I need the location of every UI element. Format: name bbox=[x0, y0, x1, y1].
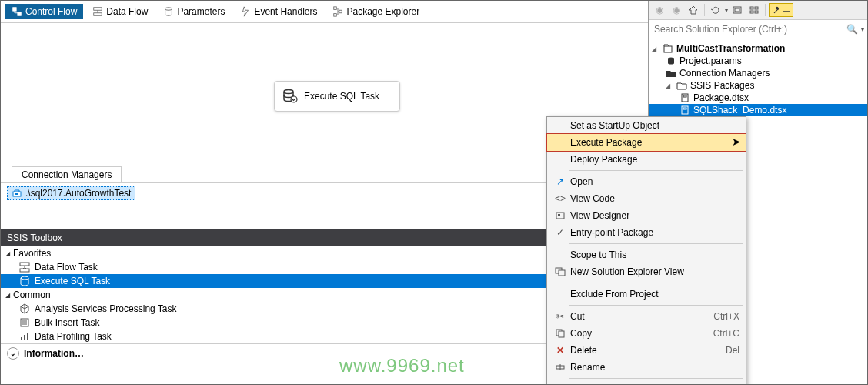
home-icon[interactable] bbox=[686, 2, 701, 18]
menu-execute-package[interactable]: Execute Package➤ bbox=[546, 133, 746, 152]
svg-rect-25 bbox=[664, 46, 672, 52]
collapse-icon[interactable] bbox=[729, 2, 745, 18]
solution-toolbar: ◉ ◉ ▾ — bbox=[649, 1, 867, 20]
tab-control-flow-label: Control Flow bbox=[25, 6, 77, 17]
chevron-down-icon[interactable]: ⌄ bbox=[7, 347, 19, 360]
menu-exclude-project[interactable]: Exclude From Project bbox=[547, 286, 746, 303]
svg-rect-21 bbox=[750, 7, 753, 9]
open-icon: ↗ bbox=[553, 176, 567, 187]
menu-scope-to-this[interactable]: Scope to This bbox=[547, 246, 746, 263]
execute-sql-icon bbox=[19, 276, 30, 286]
package-icon bbox=[679, 105, 690, 116]
menu-rename[interactable]: Rename bbox=[547, 359, 746, 376]
svg-rect-36 bbox=[559, 331, 564, 337]
tree-sqlshack-demo[interactable]: SQLShack_Demo.dtsx bbox=[649, 104, 867, 116]
svg-rect-16 bbox=[21, 337, 22, 340]
svg-rect-18 bbox=[27, 333, 28, 340]
tree-project-params[interactable]: Project.params bbox=[649, 55, 867, 67]
show-all-icon[interactable] bbox=[746, 2, 762, 18]
bulk-insert-icon bbox=[19, 317, 30, 328]
tab-package-explorer[interactable]: Package Explorer bbox=[326, 4, 426, 19]
svg-rect-2 bbox=[94, 8, 102, 11]
folder-icon bbox=[666, 68, 676, 79]
project-icon bbox=[663, 43, 673, 54]
forward-icon[interactable]: ◉ bbox=[669, 2, 684, 18]
menu-deploy-package[interactable]: Deploy Package bbox=[547, 151, 746, 168]
data-flow-icon bbox=[92, 6, 103, 17]
svg-rect-1 bbox=[18, 12, 21, 15]
menu-new-solution-view[interactable]: New Solution Explorer View bbox=[547, 263, 746, 280]
svg-rect-34 bbox=[559, 270, 565, 276]
svg-rect-30 bbox=[683, 108, 686, 109]
tab-package-explorer-label: Package Explorer bbox=[346, 6, 419, 17]
svg-rect-20 bbox=[735, 8, 739, 12]
tree-label: SSIS Packages bbox=[690, 80, 754, 91]
package-explorer-icon bbox=[332, 6, 343, 17]
svg-rect-7 bbox=[339, 10, 342, 13]
back-icon[interactable]: ◉ bbox=[652, 2, 667, 18]
folder-icon bbox=[676, 80, 687, 91]
refresh-icon[interactable] bbox=[708, 2, 723, 18]
package-icon bbox=[679, 92, 690, 103]
menu-view-code[interactable]: <>View Code bbox=[547, 190, 746, 207]
data-profiling-icon bbox=[19, 331, 30, 342]
svg-point-9 bbox=[291, 96, 297, 102]
execute-sql-task-node[interactable]: Execute SQL Task bbox=[274, 81, 400, 112]
data-flow-task-icon bbox=[19, 262, 30, 273]
connection-managers-tab[interactable]: Connection Managers bbox=[12, 166, 122, 182]
expand-icon[interactable]: ◢ bbox=[666, 82, 673, 89]
menu-properties[interactable]: PropertiesAlt+Enter bbox=[547, 381, 746, 385]
database-icon bbox=[282, 89, 298, 104]
tree-package-dtsx[interactable]: Package.dtsx bbox=[649, 92, 867, 104]
tree-conn-managers[interactable]: Connection Managers bbox=[649, 67, 867, 79]
code-icon: <> bbox=[553, 193, 567, 204]
menu-cut[interactable]: ✂CutCtrl+X bbox=[547, 308, 746, 325]
toolbox-item-label: Analysis Services Processing Task bbox=[35, 303, 177, 314]
toolbox-item-label: Data Profiling Task bbox=[35, 331, 112, 342]
menu-view-designer[interactable]: View Designer bbox=[547, 207, 746, 224]
svg-point-8 bbox=[284, 90, 293, 94]
context-menu: Set as StartUp Object Execute Package➤ D… bbox=[546, 116, 746, 385]
check-icon: ✓ bbox=[553, 227, 567, 238]
tab-parameters-label: Parameters bbox=[177, 6, 225, 17]
svg-point-4 bbox=[165, 8, 172, 11]
tab-control-flow[interactable]: Control Flow bbox=[5, 4, 83, 19]
tree-label: SQLShack_Demo.dtsx bbox=[693, 105, 786, 116]
tab-event-handlers[interactable]: Event Handlers bbox=[234, 4, 323, 19]
tree-ssis-packages[interactable]: ◢ SSIS Packages bbox=[649, 79, 867, 92]
tab-parameters[interactable]: Parameters bbox=[157, 4, 231, 19]
svg-rect-23 bbox=[750, 11, 753, 13]
menu-delete[interactable]: ✕DeleteDel bbox=[547, 342, 746, 359]
svg-rect-24 bbox=[755, 11, 758, 13]
properties-icon[interactable]: — bbox=[769, 3, 793, 17]
menu-entry-point[interactable]: ✓Entry-point Package bbox=[547, 224, 746, 241]
svg-rect-12 bbox=[20, 263, 29, 266]
control-flow-icon bbox=[12, 6, 22, 17]
toolbox-item-label: Bulk Insert Task bbox=[35, 317, 99, 328]
information-label: Information… bbox=[24, 348, 84, 359]
menu-set-startup[interactable]: Set as StartUp Object bbox=[547, 117, 746, 134]
tree-label: Package.dtsx bbox=[693, 92, 749, 103]
svg-rect-0 bbox=[13, 8, 16, 11]
params-icon bbox=[666, 55, 676, 66]
svg-rect-17 bbox=[24, 335, 25, 340]
expand-icon[interactable]: ◢ bbox=[652, 45, 659, 52]
tree-project[interactable]: ◢ MultiCastTransformation bbox=[649, 42, 867, 55]
connection-item[interactable]: .\sql2017.AutoGrowthTest bbox=[7, 186, 135, 200]
search-icon[interactable]: 🔍 bbox=[846, 24, 858, 35]
search-input[interactable] bbox=[652, 22, 846, 37]
menu-copy[interactable]: CopyCtrl+C bbox=[547, 325, 746, 342]
tab-event-handlers-label: Event Handlers bbox=[254, 6, 317, 17]
new-view-icon bbox=[553, 266, 567, 277]
copy-icon bbox=[553, 328, 567, 339]
svg-rect-5 bbox=[334, 7, 337, 10]
connection-icon bbox=[12, 188, 22, 199]
svg-point-14 bbox=[21, 276, 28, 280]
tab-data-flow-label: Data Flow bbox=[106, 6, 148, 17]
svg-rect-28 bbox=[683, 95, 686, 97]
tab-data-flow[interactable]: Data Flow bbox=[86, 4, 154, 19]
cut-icon: ✂ bbox=[553, 311, 567, 322]
cube-icon bbox=[19, 303, 30, 314]
menu-open[interactable]: ↗Open bbox=[547, 173, 746, 190]
designer-icon bbox=[553, 210, 567, 221]
